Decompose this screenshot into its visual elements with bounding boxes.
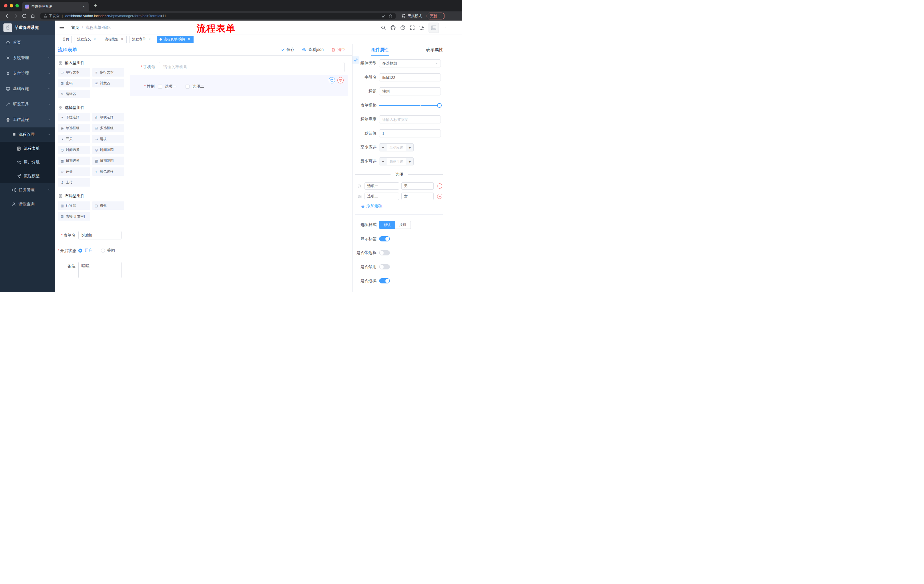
min-select-placeholder[interactable]: 至少应选 [387, 144, 406, 151]
tab-close-icon[interactable]: × [81, 4, 86, 9]
palette-item-button[interactable]: ▢按钮 [92, 201, 125, 210]
remark-textarea[interactable]: 嘿嘿 [78, 262, 122, 278]
close-icon[interactable]: × [120, 38, 124, 41]
close-icon[interactable]: × [187, 38, 191, 41]
sidebar-item-process-model[interactable]: 流程模型 [0, 169, 55, 183]
palette-item-multi-line-text[interactable]: ≡多行文本 [92, 68, 125, 77]
drag-handle-icon[interactable] [357, 184, 362, 188]
save-button[interactable]: 保存 [281, 47, 294, 52]
decrease-button[interactable]: − [380, 158, 387, 165]
max-select-placeholder[interactable]: 最多可选 [387, 158, 406, 165]
back-icon[interactable] [5, 13, 10, 18]
drag-handle-icon[interactable] [357, 194, 362, 199]
palette-item-rating[interactable]: ☆评分 [58, 168, 90, 176]
remove-option-button[interactable]: − [437, 194, 442, 199]
sidebar-item-process-management[interactable]: 流程管理 [0, 127, 55, 142]
data-binding-badge[interactable] [353, 57, 360, 63]
forward-icon[interactable] [13, 13, 18, 18]
address-bar[interactable]: 不安全 | dashboard.yudao.iocoder.cn /bpm/ma… [40, 13, 396, 20]
palette-item-date-range[interactable]: ▩日期范围 [92, 156, 125, 165]
tag-process-form-edit[interactable]: 流程表单-编辑 × [157, 36, 193, 43]
breadcrumb-home[interactable]: 首页 [71, 25, 79, 30]
phone-input[interactable] [159, 62, 345, 72]
component-type-select[interactable]: 多选框组 [379, 59, 441, 67]
reload-icon[interactable] [22, 13, 27, 18]
checkbox-option-1[interactable]: 选项一 [158, 84, 177, 89]
slider-track[interactable] [379, 105, 441, 106]
decrease-button[interactable]: − [380, 144, 387, 151]
palette-item-editor[interactable]: ✎编辑器 [58, 90, 90, 98]
style-button-button[interactable]: 按钮 [395, 221, 411, 229]
label-width-input[interactable] [379, 115, 441, 123]
sidebar-item-task-management[interactable]: 任务管理 [0, 183, 55, 197]
palette-item-time-picker[interactable]: ◷时间选择 [58, 146, 90, 154]
option-2-label-input[interactable] [365, 192, 399, 200]
form-grid-slider[interactable] [379, 102, 441, 109]
caret-down-icon[interactable] [443, 26, 446, 29]
radio-enabled[interactable]: 开启 [78, 248, 92, 253]
option-1-label-input[interactable] [365, 182, 399, 190]
tag-process-definition[interactable]: 流程定义 × [74, 36, 99, 43]
home-icon[interactable] [30, 13, 35, 18]
disabled-switch[interactable] [379, 264, 390, 270]
default-value-input[interactable] [379, 130, 441, 137]
show-label-switch[interactable] [379, 236, 390, 242]
close-icon[interactable]: × [147, 38, 152, 41]
radio-disabled[interactable]: 关闭 [101, 248, 115, 253]
option-1-value-input[interactable] [401, 182, 434, 190]
palette-item-switch[interactable]: ◑开关 [58, 135, 90, 143]
tag-process-model[interactable]: 流程模型 × [102, 36, 127, 43]
github-button[interactable] [390, 25, 396, 31]
palette-item-table-dev[interactable]: ⊞表格[开发中] [58, 212, 90, 220]
palette-item-time-range[interactable]: ◶时间范围 [92, 146, 125, 154]
sidebar-item-leave-query[interactable]: 请假查询 [0, 197, 55, 211]
tab-form-props[interactable]: 表单属性 [408, 44, 462, 56]
search-button[interactable] [381, 25, 386, 30]
font-size-button[interactable] [419, 25, 424, 30]
sidebar-item-user-group[interactable]: 用户分组 [0, 155, 55, 169]
slider-handle[interactable] [437, 103, 442, 108]
palette-item-dropdown-select[interactable]: ▾下拉选择 [58, 113, 90, 122]
browser-update-button[interactable]: 更新 [427, 13, 445, 20]
palette-item-checkbox-group[interactable]: ☑多选框组 [92, 124, 125, 132]
window-minimize-button[interactable] [10, 4, 13, 7]
form-canvas[interactable]: *手机号 *性别 选项一 选项二 [127, 56, 352, 292]
sidebar-item-payment-management[interactable]: 支付管理 [0, 66, 55, 81]
close-icon[interactable]: × [92, 38, 97, 41]
view-json-button[interactable]: 查看json [302, 47, 323, 52]
clear-button[interactable]: 清空 [331, 47, 345, 52]
app-logo[interactable]: 芋道管理系统 [0, 21, 55, 35]
palette-item-counter[interactable]: 123计数器 [92, 79, 125, 87]
tag-home[interactable]: 首页 [60, 36, 72, 43]
checkbox-option-2[interactable]: 选项二 [186, 84, 204, 89]
security-label[interactable]: 不安全 [49, 14, 60, 18]
palette-item-upload[interactable]: ↥上传 [58, 178, 90, 187]
sidebar-item-infrastructure[interactable]: 基础设施 [0, 81, 55, 97]
sidebar-item-system-management[interactable]: 系统管理 [0, 50, 55, 66]
option-2-value-input[interactable] [401, 192, 434, 200]
palette-item-slider[interactable]: ⊸滑块 [92, 135, 125, 143]
required-switch[interactable] [379, 278, 390, 283]
window-zoom-button[interactable] [15, 4, 19, 7]
palette-item-single-line-text[interactable]: ▭单行文本 [58, 68, 90, 77]
new-tab-button[interactable]: + [92, 3, 99, 10]
palette-item-row-container[interactable]: ▥行容器 [58, 201, 90, 210]
tab-component-props[interactable]: 组件属性 [353, 44, 408, 56]
field-name-input[interactable] [379, 73, 441, 81]
increase-button[interactable]: + [406, 158, 413, 165]
phone-field-row[interactable]: *手机号 [130, 62, 345, 72]
gender-component-selected[interactable]: *性别 选项一 选项二 [130, 75, 348, 96]
title-input[interactable] [379, 87, 441, 95]
palette-item-cascade-select[interactable]: ⋔级联选择 [92, 113, 125, 122]
fullscreen-button[interactable] [410, 25, 415, 30]
sidebar-item-process-form[interactable]: 流程表单 [0, 142, 55, 155]
palette-item-color-picker[interactable]: ◐颜色选择 [92, 168, 125, 176]
tag-process-form[interactable]: 流程表单 × [130, 36, 154, 43]
remove-option-button[interactable]: − [437, 183, 442, 189]
palette-item-date-picker[interactable]: ▦日期选择 [58, 156, 90, 165]
add-option-button[interactable]: ⊕ 添加选项 [361, 204, 462, 209]
sidebar-item-workflow[interactable]: 工作流程 [0, 112, 55, 127]
browser-tab[interactable]: 芋道管理系统 × [22, 2, 89, 12]
user-avatar[interactable] [429, 23, 439, 33]
copy-component-button[interactable] [329, 77, 335, 84]
